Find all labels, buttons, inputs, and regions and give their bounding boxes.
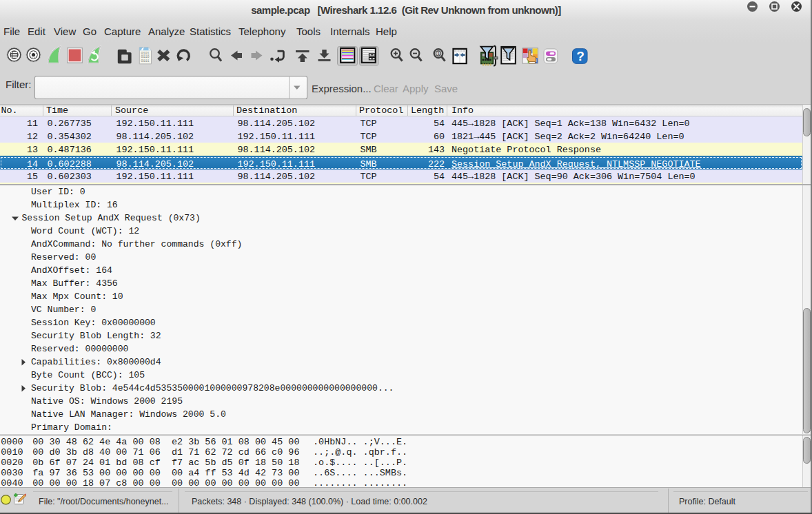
svg-text:1: 1 bbox=[437, 50, 440, 56]
svg-text:0111: 0111 bbox=[141, 59, 150, 63]
svg-text:?: ? bbox=[576, 49, 585, 63]
